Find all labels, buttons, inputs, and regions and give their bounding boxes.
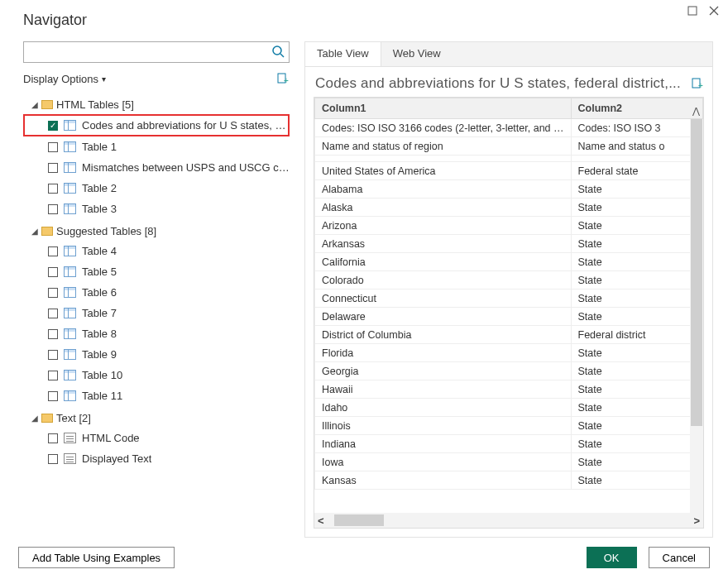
- table-row[interactable]: ColoradoState: [315, 271, 703, 290]
- search-icon[interactable]: [271, 45, 285, 58]
- column-header[interactable]: Column1: [315, 98, 572, 119]
- table-cell: Codes: ISO ISO 3: [571, 119, 702, 137]
- tree-item[interactable]: Table 3: [23, 199, 290, 219]
- folder-icon: [41, 414, 53, 423]
- tree-item[interactable]: Table 11: [23, 385, 290, 406]
- checkbox[interactable]: [48, 433, 58, 443]
- refresh-preview-icon[interactable]: +: [691, 77, 704, 90]
- table-icon: [64, 246, 76, 256]
- table-row[interactable]: Name and status of regionName and status…: [315, 137, 703, 156]
- table-row[interactable]: CaliforniaState: [315, 253, 703, 271]
- checkbox[interactable]: [48, 267, 58, 277]
- column-header[interactable]: Column2: [571, 98, 702, 119]
- refresh-nav-icon[interactable]: +: [276, 72, 290, 85]
- tab-table-view[interactable]: Table View: [305, 42, 381, 66]
- tree-item-label: Table 11: [82, 390, 122, 402]
- table-cell: Florida: [315, 344, 572, 362]
- table-row[interactable]: United States of AmericaFederal state: [315, 162, 703, 180]
- table-row[interactable]: GeorgiaState: [315, 362, 703, 380]
- table-row[interactable]: FloridaState: [315, 344, 703, 362]
- scroll-left-icon[interactable]: <: [318, 514, 324, 527]
- checkbox[interactable]: [48, 184, 58, 194]
- tree-group-label: HTML Tables [5]: [56, 98, 134, 111]
- tree-item[interactable]: Table 2: [23, 178, 290, 199]
- table-row[interactable]: IllinoisState: [315, 417, 703, 435]
- tree-group-text[interactable]: ◢ Text [2]: [23, 408, 290, 428]
- close-icon[interactable]: [708, 5, 720, 17]
- table-row[interactable]: IndianaState: [315, 435, 703, 453]
- folder-icon: [41, 227, 53, 236]
- table-row[interactable]: [315, 156, 703, 162]
- checkbox[interactable]: [48, 329, 58, 339]
- checkbox[interactable]: [48, 204, 58, 214]
- data-grid[interactable]: Column1 Column2 Codes: ISO ISO 3166 code…: [314, 97, 704, 529]
- table-row[interactable]: IdahoState: [315, 399, 703, 417]
- table-row[interactable]: ArizonaState: [315, 217, 703, 235]
- vertical-scrollbar[interactable]: ⋀ ⋁: [690, 119, 703, 513]
- checkbox[interactable]: [48, 142, 58, 152]
- tree-item[interactable]: HTML Code: [23, 428, 290, 448]
- checkbox[interactable]: [48, 163, 58, 173]
- tree-item[interactable]: Table 8: [23, 323, 290, 344]
- svg-text:+: +: [284, 76, 289, 85]
- tree-item[interactable]: Table 10: [23, 365, 290, 385]
- search-input[interactable]: [23, 41, 290, 63]
- table-row[interactable]: IowaState: [315, 453, 703, 471]
- tree-item[interactable]: Codes and abbreviations for U S states, …: [23, 114, 290, 136]
- tree-item[interactable]: Table 9: [23, 344, 290, 365]
- tab-web-view[interactable]: Web View: [381, 42, 453, 66]
- tree-item[interactable]: Table 4: [23, 241, 290, 261]
- tree-item[interactable]: Table 1: [23, 136, 290, 157]
- checkbox[interactable]: [48, 391, 58, 401]
- scroll-up-icon[interactable]: ⋀: [692, 106, 700, 117]
- tree-item[interactable]: Table 6: [23, 282, 290, 303]
- tree-item[interactable]: Table 5: [23, 261, 290, 282]
- collapse-icon: ◢: [31, 414, 38, 423]
- checkbox[interactable]: [48, 246, 58, 256]
- scrollbar-thumb[interactable]: [691, 119, 702, 426]
- scroll-right-icon[interactable]: >: [693, 514, 700, 527]
- cancel-button[interactable]: Cancel: [649, 547, 710, 568]
- table-icon: [64, 308, 76, 318]
- scrollbar-thumb[interactable]: [334, 514, 384, 526]
- checkbox[interactable]: [48, 454, 58, 464]
- tree-group-label: Text [2]: [56, 412, 91, 424]
- chevron-down-icon: ▾: [102, 74, 106, 84]
- tree-item[interactable]: Table 7: [23, 303, 290, 323]
- table-row[interactable]: Codes: ISO ISO 3166 codes (2-letter, 3-l…: [315, 119, 703, 137]
- ok-button[interactable]: OK: [587, 547, 637, 568]
- checkbox[interactable]: [48, 371, 58, 380]
- display-options-dropdown[interactable]: Display Options ▾: [23, 73, 106, 85]
- table-cell: State: [571, 199, 702, 217]
- table-cell: State: [571, 344, 702, 362]
- folder-icon: [41, 100, 53, 109]
- table-cell: Kansas: [315, 471, 572, 490]
- checkbox[interactable]: [48, 288, 58, 298]
- table-icon: [64, 370, 76, 380]
- checkbox[interactable]: [48, 309, 58, 318]
- table-row[interactable]: HawaiiState: [315, 380, 703, 399]
- table-cell: State: [571, 362, 702, 380]
- table-row[interactable]: District of ColumbiaFederal district: [315, 326, 703, 344]
- tree-group-html-tables[interactable]: ◢ HTML Tables [5]: [23, 94, 290, 114]
- table-cell: Hawaii: [315, 380, 572, 399]
- tree-item[interactable]: Mismatches between USPS and USCG cod...: [23, 157, 290, 178]
- table-cell: Name and status of region: [315, 137, 572, 156]
- tree-group-suggested[interactable]: ◢ Suggested Tables [8]: [23, 221, 290, 241]
- table-row[interactable]: ConnecticutState: [315, 290, 703, 308]
- table-row[interactable]: AlabamaState: [315, 180, 703, 199]
- maximize-icon[interactable]: [687, 5, 698, 17]
- checkbox[interactable]: [48, 121, 58, 131]
- table-cell: Alaska: [315, 199, 572, 217]
- table-icon: [64, 328, 76, 339]
- tree-item-label: Table 9: [82, 348, 117, 361]
- tree-item[interactable]: Displayed Text: [23, 448, 290, 469]
- table-row[interactable]: ArkansasState: [315, 235, 703, 253]
- add-table-examples-button[interactable]: Add Table Using Examples: [18, 547, 175, 568]
- svg-text:+: +: [698, 81, 703, 90]
- table-row[interactable]: DelawareState: [315, 308, 703, 326]
- table-row[interactable]: AlaskaState: [315, 199, 703, 217]
- horizontal-scrollbar[interactable]: < >: [314, 513, 703, 528]
- table-row[interactable]: KansasState: [315, 471, 703, 490]
- checkbox[interactable]: [48, 350, 58, 360]
